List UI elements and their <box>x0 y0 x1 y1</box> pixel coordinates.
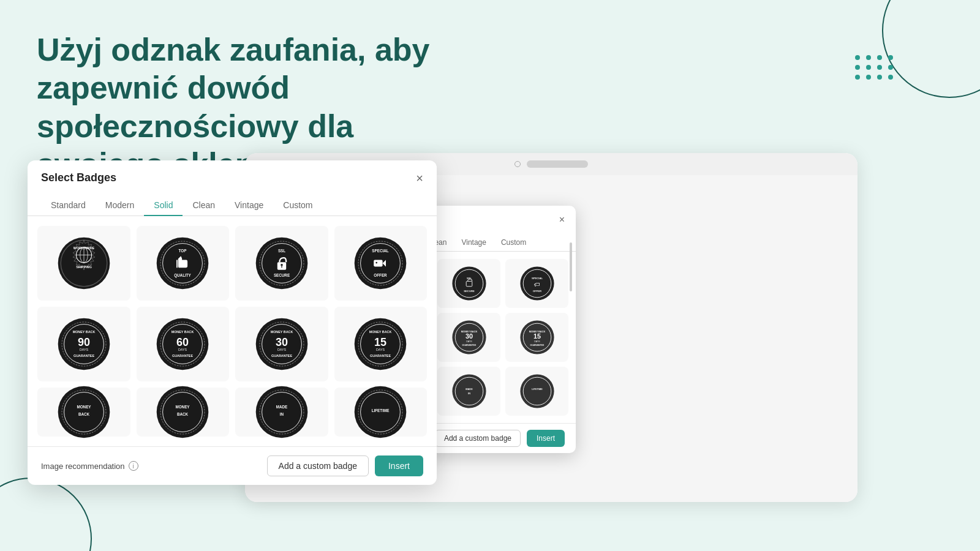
tab-large-modern[interactable]: Modern <box>96 195 144 216</box>
tab-large-vintage[interactable]: Vintage <box>225 195 273 216</box>
svg-text:OFFER: OFFER <box>532 290 541 293</box>
svg-text:15: 15 <box>374 336 386 348</box>
modal-large-body: WORLDWIDE SHIPPING TOP QUALITY <box>28 216 437 446</box>
svg-text:SHIPPING: SHIPPING <box>76 265 92 269</box>
image-recommendation-large: Image recommendation i <box>41 461 138 471</box>
svg-text:MONEY: MONEY <box>77 405 91 409</box>
tab-large-custom[interactable]: Custom <box>273 195 322 216</box>
modal-small-close-button[interactable]: × <box>559 215 565 225</box>
svg-text:SPECIAL: SPECIAL <box>531 277 543 280</box>
badge-cell-mb15-small[interactable]: MONEY BACK 15 DAYS GUARANTEE <box>505 313 568 362</box>
special-offer-badge-large: SPECIAL OFFER <box>353 236 408 291</box>
tablet-circle <box>514 161 521 167</box>
money-back-30-badge-large: MONEY BACK 30 DAYS GUARANTEE <box>254 317 309 372</box>
svg-point-82 <box>281 264 283 266</box>
svg-text:WORLDWIDE: WORLDWIDE <box>74 246 95 250</box>
tab-small-custom[interactable]: Custom <box>494 234 533 252</box>
svg-text:MADE: MADE <box>276 405 287 409</box>
svg-text:QUALITY: QUALITY <box>174 273 191 278</box>
badge-cell-ssl-secure-small[interactable]: SSL SECURE <box>437 259 500 308</box>
badge-cell-mb15-large[interactable]: MONEY BACK 15 DAYS GUARANTEE <box>334 307 428 381</box>
footer-buttons-large: Add a custom badge Insert <box>267 455 423 476</box>
info-icon-large: i <box>129 461 138 471</box>
money-back-60-badge-large: MONEY BACK 60 DAYS GUARANTEE <box>155 317 210 372</box>
badge-cell-lifetime-small[interactable]: LIFETIME <box>505 367 568 416</box>
badge-cell-special-offer-small[interactable]: SPECIAL 🏷 OFFER <box>505 259 568 308</box>
money-back-b-badge-large: MONEY BACK <box>155 384 210 440</box>
add-custom-badge-button-large[interactable]: Add a custom badge <box>267 455 369 476</box>
svg-text:DAYS: DAYS <box>277 348 287 351</box>
badge-cell-worldwide-shipping-large[interactable]: WORLDWIDE SHIPPING <box>37 226 130 301</box>
modal-large: Select Badges × Standard Modern Solid Cl… <box>28 160 437 485</box>
svg-text:TOP: TOP <box>179 249 187 253</box>
badge-grid-large-row1: WORLDWIDE SHIPPING TOP QUALITY <box>37 226 427 301</box>
svg-text:IN: IN <box>280 412 284 416</box>
tab-large-solid[interactable]: Solid <box>144 195 183 216</box>
svg-point-61 <box>520 374 554 408</box>
svg-text:BACK: BACK <box>177 412 189 416</box>
badge-cell-mb-b-large[interactable]: MONEY BACK <box>137 388 230 437</box>
money-back-a-badge-large: MONEY BACK <box>56 384 111 440</box>
insert-button-small[interactable]: Insert <box>527 430 565 447</box>
svg-text:OFFER: OFFER <box>374 273 388 277</box>
money-back-30-badge-small: MONEY BACK 30 DAYS GUARANTEE <box>451 319 488 356</box>
money-back-90-badge-large: MONEY BACK 90 DAYS GUARANTEE <box>56 317 111 372</box>
svg-text:60: 60 <box>176 336 189 348</box>
made-in-badge-small: MADE IN <box>451 373 488 410</box>
badge-cell-made-in-large[interactable]: MADE IN <box>235 388 328 437</box>
badge-cell-mb-a-large[interactable]: MONEY BACK <box>37 388 130 437</box>
tab-large-clean[interactable]: Clean <box>183 195 225 216</box>
lifetime-badge-large: LIFETIME <box>353 384 408 440</box>
special-offer-badge-small: SPECIAL 🏷 OFFER <box>519 265 556 302</box>
badge-cell-mb90-large[interactable]: MONEY BACK 90 DAYS GUARANTEE <box>37 307 130 381</box>
svg-rect-89 <box>374 260 382 267</box>
badge-cell-mb30-small[interactable]: MONEY BACK 30 DAYS GUARANTEE <box>437 313 500 362</box>
svg-text:DAYS: DAYS <box>80 348 89 351</box>
modal-large-title: Select Badges <box>41 171 116 184</box>
svg-text:MONEY BACK: MONEY BACK <box>72 330 95 334</box>
svg-point-90 <box>376 262 378 264</box>
badge-cell-mb30-large[interactable]: MONEY BACK 30 DAYS GUARANTEE <box>235 307 328 381</box>
svg-text:GUARANTEE: GUARANTEE <box>172 354 193 358</box>
svg-text:SECURE: SECURE <box>274 273 290 277</box>
svg-text:MONEY BACK: MONEY BACK <box>172 330 194 334</box>
tab-large-standard[interactable]: Standard <box>41 195 96 216</box>
svg-text:BACK: BACK <box>78 412 90 416</box>
badge-cell-lifetime-large[interactable]: LIFETIME <box>334 388 428 437</box>
svg-text:30: 30 <box>276 336 288 348</box>
modal-large-footer: Image recommendation i Add a custom badg… <box>28 446 437 485</box>
badge-cell-made-in-small[interactable]: MADE IN <box>437 367 500 416</box>
tablet-pill <box>527 160 588 168</box>
decorative-circle-top-right <box>882 0 980 98</box>
svg-text:SSL: SSL <box>278 249 285 253</box>
badge-grid-large-row2: MONEY BACK 90 DAYS GUARANTEE MONEY BACK … <box>37 307 427 381</box>
lifetime-badge-small: LIFETIME <box>519 373 556 410</box>
decorative-dots <box>855 55 894 80</box>
badge-cell-mb60-large[interactable]: MONEY BACK 60 DAYS GUARANTEE <box>137 307 230 381</box>
badge-cell-special-offer-large[interactable]: SPECIAL OFFER <box>334 226 428 301</box>
svg-text:MONEY: MONEY <box>176 405 190 409</box>
decorative-circle-bottom-left <box>0 478 92 551</box>
svg-text:GUARANTEE: GUARANTEE <box>370 354 391 358</box>
add-custom-badge-button-small[interactable]: Add a custom badge <box>435 430 521 447</box>
svg-text:DAYS: DAYS <box>376 348 385 351</box>
worldwide-shipping-badge-large: WORLDWIDE SHIPPING <box>56 236 111 291</box>
svg-text:DAYS: DAYS <box>466 340 472 343</box>
badge-cell-top-quality-large[interactable]: TOP QUALITY <box>137 226 230 301</box>
money-back-15-badge-small: MONEY BACK 15 DAYS GUARANTEE <box>519 319 556 356</box>
svg-text:SPECIAL: SPECIAL <box>372 249 389 253</box>
badge-cell-ssl-secure-large[interactable]: SSL SECURE <box>235 226 328 301</box>
svg-text:90: 90 <box>78 336 90 348</box>
svg-text:GUARANTEE: GUARANTEE <box>74 354 94 358</box>
tab-small-vintage[interactable]: Vintage <box>454 234 493 252</box>
svg-text:DAYS: DAYS <box>178 348 187 351</box>
svg-text:MONEY BACK: MONEY BACK <box>270 330 293 334</box>
insert-button-large[interactable]: Insert <box>375 455 423 476</box>
modal-large-tabs: Standard Modern Solid Clean Vintage Cust… <box>28 189 437 216</box>
svg-point-15 <box>452 266 486 300</box>
svg-text:MADE: MADE <box>466 388 473 391</box>
svg-text:GUARANTEE: GUARANTEE <box>462 344 476 347</box>
svg-text:30: 30 <box>465 332 472 340</box>
made-in-badge-large: MADE IN <box>254 384 309 440</box>
modal-large-close-button[interactable]: × <box>416 172 423 184</box>
